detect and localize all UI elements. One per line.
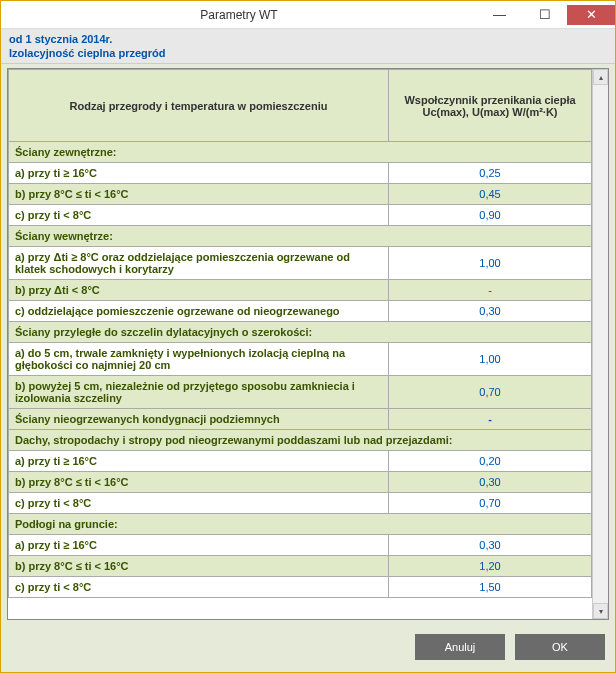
- table-row: Dachy, stropodachy i stropy pod nieogrze…: [9, 430, 592, 451]
- window-title: Parametry WT: [1, 8, 477, 22]
- row-desc: c) przy ti < 8°C: [9, 577, 389, 598]
- table-row: c) przy ti < 8°C0,70: [9, 493, 592, 514]
- table-row: c) oddzielające pomieszczenie ogrzewane …: [9, 301, 592, 322]
- header-col-value: Wspołczynnik przenikania ciepła Uc(max),…: [389, 70, 592, 142]
- row-desc: Podłogi na gruncie:: [9, 514, 592, 535]
- ok-button[interactable]: OK: [515, 634, 605, 660]
- table-row: b) przy 8°C ≤ ti < 16°C1,20: [9, 556, 592, 577]
- row-value: 0,30: [389, 301, 592, 322]
- maximize-button[interactable]: ☐: [522, 5, 567, 25]
- row-desc: b) przy Δti < 8°C: [9, 280, 389, 301]
- header-col-desc: Rodzaj przegrody i temperatura w pomiesz…: [9, 70, 389, 142]
- parameters-table: Rodzaj przegrody i temperatura w pomiesz…: [8, 69, 592, 598]
- table-row: c) przy ti < 8°C1,50: [9, 577, 592, 598]
- row-value: 0,30: [389, 472, 592, 493]
- row-desc: a) przy ti ≥ 16°C: [9, 535, 389, 556]
- info-heading: Izolacyjność cieplna przegród: [9, 47, 607, 59]
- table-row: a) przy Δti ≥ 8°C oraz oddzielające pomi…: [9, 247, 592, 280]
- row-desc: Ściany wewnętrze:: [9, 226, 592, 247]
- scroll-down-icon[interactable]: ▾: [593, 603, 608, 619]
- row-value: -: [389, 280, 592, 301]
- table-container: Rodzaj przegrody i temperatura w pomiesz…: [7, 68, 609, 620]
- row-desc: c) przy ti < 8°C: [9, 493, 389, 514]
- cancel-button[interactable]: Anuluj: [415, 634, 505, 660]
- table-scroll[interactable]: Rodzaj przegrody i temperatura w pomiesz…: [8, 69, 592, 619]
- vertical-scrollbar[interactable]: ▴ ▾: [592, 69, 608, 619]
- row-desc: Ściany nieogrzewanych kondygnacji podzie…: [9, 409, 389, 430]
- row-desc: a) przy Δti ≥ 8°C oraz oddzielające pomi…: [9, 247, 389, 280]
- table-row: b) przy Δti < 8°C-: [9, 280, 592, 301]
- row-value: 0,30: [389, 535, 592, 556]
- row-value: 1,00: [389, 343, 592, 376]
- row-desc: c) przy ti < 8°C: [9, 205, 389, 226]
- row-desc: b) przy 8°C ≤ ti < 16°C: [9, 556, 389, 577]
- row-desc: b) przy 8°C ≤ ti < 16°C: [9, 472, 389, 493]
- scroll-up-icon[interactable]: ▴: [593, 69, 608, 85]
- table-row: b) przy 8°C ≤ ti < 16°C0,30: [9, 472, 592, 493]
- row-desc: Dachy, stropodachy i stropy pod nieogrze…: [9, 430, 592, 451]
- window: Parametry WT — ☐ ✕ od 1 stycznia 2014r. …: [0, 0, 616, 673]
- table-row: Ściany przyległe do szczelin dylatacyjny…: [9, 322, 592, 343]
- table-row: Ściany zewnętrzne:: [9, 142, 592, 163]
- row-value: 0,25: [389, 163, 592, 184]
- row-value: 1,00: [389, 247, 592, 280]
- table-header-row: Rodzaj przegrody i temperatura w pomiesz…: [9, 70, 592, 142]
- table-row: a) do 5 cm, trwale zamknięty i wypełnion…: [9, 343, 592, 376]
- row-desc: c) oddzielające pomieszczenie ogrzewane …: [9, 301, 389, 322]
- table-row: a) przy ti ≥ 16°C0,25: [9, 163, 592, 184]
- row-value: -: [389, 409, 592, 430]
- row-desc: a) przy ti ≥ 16°C: [9, 163, 389, 184]
- row-value: 1,20: [389, 556, 592, 577]
- row-desc: a) przy ti ≥ 16°C: [9, 451, 389, 472]
- row-value: 0,70: [389, 493, 592, 514]
- table-row: b) powyżej 5 cm, niezależnie od przyjęte…: [9, 376, 592, 409]
- table-row: a) przy ti ≥ 16°C0,20: [9, 451, 592, 472]
- row-desc: b) powyżej 5 cm, niezależnie od przyjęte…: [9, 376, 389, 409]
- row-desc: Ściany przyległe do szczelin dylatacyjny…: [9, 322, 592, 343]
- info-date: od 1 stycznia 2014r.: [9, 33, 607, 45]
- table-row: b) przy 8°C ≤ ti < 16°C0,45: [9, 184, 592, 205]
- titlebar[interactable]: Parametry WT — ☐ ✕: [1, 1, 615, 29]
- table-body: Ściany zewnętrzne:a) przy ti ≥ 16°C0,25b…: [9, 142, 592, 598]
- table-row: Podłogi na gruncie:: [9, 514, 592, 535]
- row-value: 0,70: [389, 376, 592, 409]
- close-button[interactable]: ✕: [567, 5, 615, 25]
- window-controls: — ☐ ✕: [477, 5, 615, 25]
- dialog-footer: Anuluj OK: [1, 624, 615, 672]
- table-row: c) przy ti < 8°C0,90: [9, 205, 592, 226]
- row-value: 1,50: [389, 577, 592, 598]
- row-value: 0,45: [389, 184, 592, 205]
- table-row: Ściany wewnętrze:: [9, 226, 592, 247]
- table-row: Ściany nieogrzewanych kondygnacji podzie…: [9, 409, 592, 430]
- row-desc: Ściany zewnętrzne:: [9, 142, 592, 163]
- row-desc: a) do 5 cm, trwale zamknięty i wypełnion…: [9, 343, 389, 376]
- row-value: 0,90: [389, 205, 592, 226]
- info-bar: od 1 stycznia 2014r. Izolacyjność ciepln…: [1, 29, 615, 64]
- row-value: 0,20: [389, 451, 592, 472]
- table-row: a) przy ti ≥ 16°C0,30: [9, 535, 592, 556]
- minimize-button[interactable]: —: [477, 5, 522, 25]
- row-desc: b) przy 8°C ≤ ti < 16°C: [9, 184, 389, 205]
